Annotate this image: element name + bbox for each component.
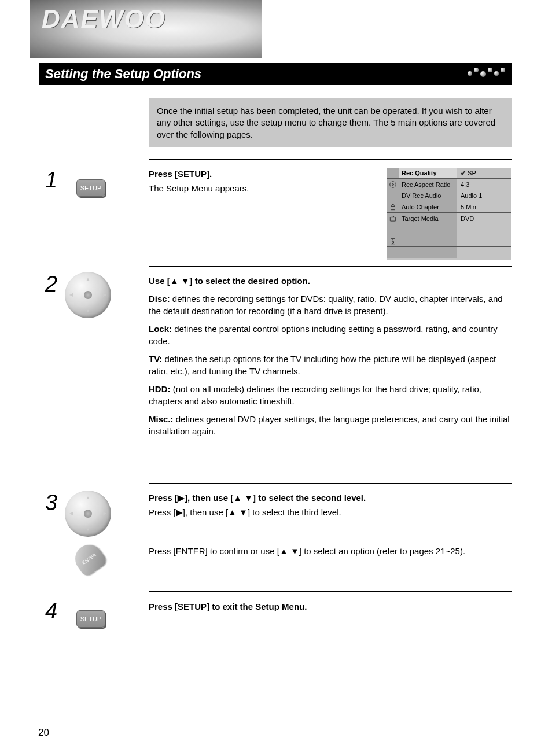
brand-header-image: DAEWOO xyxy=(30,0,262,58)
step-1-title: Press [SETUP]. xyxy=(149,168,380,180)
step-2-tv: TV: defines the setup options for the TV… xyxy=(149,353,512,377)
disc-icon xyxy=(387,179,399,190)
step-3-title: Press [▶], then use [▲ ▼] to select the … xyxy=(149,492,512,504)
step-2-hdd: HDD: (not on all models) defines the rec… xyxy=(149,383,512,407)
osd-row-dv-audio: DV Rec Audio Audio 1 xyxy=(387,190,511,201)
step-1-text: The Setup Menu appears. xyxy=(149,182,380,194)
arrow-right-icon: ▶ xyxy=(103,292,106,297)
svg-rect-2 xyxy=(391,206,395,209)
osd-label: Rec Quality xyxy=(399,168,457,178)
divider xyxy=(149,591,512,592)
step-number-1: 1 xyxy=(45,168,57,193)
brand-logo-text: DAEWOO xyxy=(42,5,166,34)
arrow-left-icon: ◀ xyxy=(69,292,73,297)
arrow-down-icon: ▼ xyxy=(86,308,90,314)
step-2-misc: Misc.: defines general DVD player settin… xyxy=(149,413,512,437)
osd-icon-blank xyxy=(387,190,399,201)
step-3-enter: Press [ENTER] to confirm or use [▲ ▼] to… xyxy=(149,545,512,557)
svg-point-6 xyxy=(392,239,393,239)
osd-value: 5 Min. xyxy=(457,201,511,212)
page-number: 20 xyxy=(38,727,49,739)
osd-row-auto-chapter: Auto Chapter 5 Min. xyxy=(387,201,511,213)
svg-point-0 xyxy=(389,181,396,187)
arrow-right-icon: ▶ xyxy=(103,511,106,516)
arrow-up-icon: ▲ xyxy=(86,276,90,282)
arrow-down-icon: ▼ xyxy=(86,527,90,532)
section-title-bar: Setting the Setup Options xyxy=(39,63,512,85)
step-1-body: Press [SETUP]. The Setup Menu appears. xyxy=(149,168,380,194)
section-title: Setting the Setup Options xyxy=(45,67,201,82)
step-2-lock: Lock: defines the parental control optio… xyxy=(149,323,512,347)
decorative-dots xyxy=(468,68,505,73)
step-3-line2: Press [▶], then use [▲ ▼] to select the … xyxy=(149,506,512,518)
divider xyxy=(149,483,512,484)
osd-value: Audio 1 xyxy=(457,190,511,201)
osd-value: DVD xyxy=(457,213,511,224)
speaker-icon xyxy=(387,235,399,246)
arrow-left-icon: ◀ xyxy=(69,511,73,516)
osd-label: Auto Chapter xyxy=(399,201,457,212)
step-2-title: Use [▲ ▼] to select the desired option. xyxy=(149,275,512,287)
osd-row-blank xyxy=(387,224,511,235)
osd-value: 4:3 xyxy=(457,179,511,190)
osd-icon-blank xyxy=(387,168,399,178)
osd-value: ✔ SP xyxy=(457,168,511,178)
osd-label: Target Media xyxy=(399,213,457,224)
svg-rect-3 xyxy=(390,217,395,220)
setup-button-icon: SETUP xyxy=(76,610,105,628)
tv-icon xyxy=(387,213,399,224)
osd-row-target-media: Target Media DVD xyxy=(387,213,511,224)
osd-label: Rec Aspect Ratio xyxy=(399,179,457,190)
divider xyxy=(149,159,512,160)
intro-box: Once the initial setup has been complete… xyxy=(149,98,512,147)
arrow-up-icon: ▲ xyxy=(86,495,90,500)
svg-point-5 xyxy=(392,241,394,244)
step-3-body: Press [▶], then use [▲ ▼] to select the … xyxy=(149,492,512,557)
dpad-icon: ▲ ▼ ◀ ▶ xyxy=(65,272,111,318)
osd-label: DV Rec Audio xyxy=(399,190,457,201)
divider xyxy=(149,266,512,267)
osd-row-rec-aspect: Rec Aspect Ratio 4:3 xyxy=(387,179,511,190)
lock-icon xyxy=(387,201,399,212)
step-4-title: Press [SETUP] to exit the Setup Menu. xyxy=(149,600,512,613)
svg-point-1 xyxy=(392,183,393,185)
step-number-4: 4 xyxy=(45,599,57,624)
osd-row-speaker xyxy=(387,235,511,247)
osd-row-blank xyxy=(387,247,511,258)
dpad-icon: ▲ ▼ ◀ ▶ xyxy=(65,491,111,537)
osd-setup-menu: Rec Quality ✔ SP Rec Aspect Ratio 4:3 DV… xyxy=(387,168,511,260)
enter-button-icon: ENTER xyxy=(70,540,109,578)
setup-button-icon: SETUP xyxy=(76,179,105,197)
step-4-body: Press [SETUP] to exit the Setup Menu. xyxy=(149,600,512,615)
osd-row-rec-quality: Rec Quality ✔ SP xyxy=(387,168,511,179)
check-icon: ✔ xyxy=(461,169,466,177)
step-2-body: Use [▲ ▼] to select the desired option. … xyxy=(149,275,512,437)
step-number-2: 2 xyxy=(45,272,57,297)
step-2-disc: Disc: defines the recording settings for… xyxy=(149,293,512,317)
step-number-3: 3 xyxy=(45,491,57,515)
